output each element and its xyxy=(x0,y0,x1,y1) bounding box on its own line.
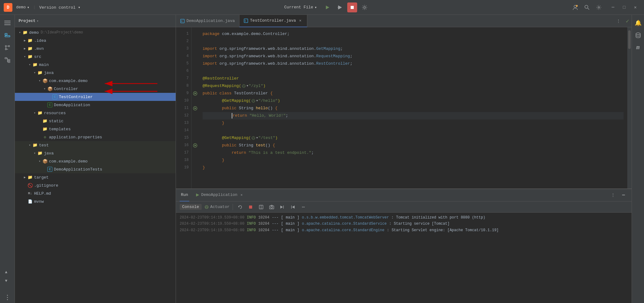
current-file-selector[interactable]: Current File ▾ xyxy=(281,4,320,11)
gear-icon[interactable] xyxy=(594,2,604,12)
actuator-icon xyxy=(204,205,209,210)
tree-item-resources[interactable]: ▾ 📁 resources xyxy=(15,109,176,117)
spring-icon-8 xyxy=(242,84,246,88)
tree-item-gitignore[interactable]: 🚫 .gitignore xyxy=(15,181,176,189)
tree-item-help-md[interactable]: M↓ HELP.md xyxy=(15,189,176,197)
sidebar-icon-menu[interactable] xyxy=(2,17,13,28)
tree-item-controller[interactable]: ▾ 📦 Controller xyxy=(15,85,176,93)
tree-toggle-java-test[interactable]: ▾ xyxy=(32,151,37,155)
tree-item-templates[interactable]: 📁 templates xyxy=(15,125,176,133)
tree-item-test[interactable]: ▾ 📁 test xyxy=(15,141,176,149)
sidebar-icon-more[interactable] xyxy=(2,292,13,303)
sidebar-icon-git[interactable] xyxy=(2,42,13,53)
search-icon[interactable] xyxy=(582,2,592,12)
editor-scrollbar[interactable] xyxy=(627,27,632,188)
version-control-selector[interactable]: Version control ▾ xyxy=(39,5,81,10)
tree-toggle-demo[interactable]: ▾ xyxy=(17,31,22,34)
bottom-actions: ⋮ − xyxy=(609,191,628,200)
sidebar-icon-project[interactable] xyxy=(2,30,13,41)
tree-toggle-test-com-example-demo[interactable]: ▾ xyxy=(37,159,42,163)
tree-item-application-properties[interactable]: ⚙ application.properties xyxy=(15,133,176,141)
svg-point-45 xyxy=(252,136,255,140)
tree-item-test-com-example-demo[interactable]: ▾ 📦 com.example.demo xyxy=(15,157,176,165)
tree-item-demo-application-tests[interactable]: C DemoApplicationTests xyxy=(15,165,176,173)
right-sidebar-notifications[interactable]: 🔔 xyxy=(633,17,644,28)
line-num-2: 2 xyxy=(178,38,189,45)
code-editor[interactable]: 1 2 3 4 5 6 7 8 9 10 11 12 13 14 15 16 1 xyxy=(176,27,632,188)
tree-toggle-java-main[interactable]: ▾ xyxy=(32,71,37,75)
maximize-button[interactable]: □ xyxy=(619,2,629,12)
tree-item-java-main[interactable]: ▾ 📁 java xyxy=(15,69,176,77)
tree-label-mvnw: mvnw xyxy=(34,199,44,204)
tree-label-controller: Controller xyxy=(54,87,78,91)
app-selector[interactable]: demo ▾ xyxy=(16,5,29,10)
java-class-c-icon: C xyxy=(52,94,57,99)
tree-item-src[interactable]: ▾ 📁 src xyxy=(15,53,176,61)
tree-item-java-test[interactable]: ▾ 📁 java xyxy=(15,149,176,157)
project-title[interactable]: Project ▾ xyxy=(19,19,39,23)
tree-item-idea[interactable]: ▶ 📁 .idea xyxy=(15,37,176,45)
tree-toggle-idea[interactable]: ▶ xyxy=(22,39,27,42)
rerun-button[interactable] xyxy=(236,203,244,211)
console-output[interactable]: 2024-02-23T09:14:19.539+08:00 INFO 10204… xyxy=(176,213,632,303)
tree-toggle-src[interactable]: ▾ xyxy=(22,55,27,58)
stop-button[interactable] xyxy=(347,2,357,12)
tree-item-main[interactable]: ▾ 📁 main xyxy=(15,61,176,69)
bottom-action-more[interactable]: ⋮ xyxy=(609,191,617,200)
tree-label-demo-application: DemoApplication xyxy=(54,103,90,107)
stop-run-button[interactable] xyxy=(247,203,255,211)
tree-item-target[interactable]: ▶ 📁 target xyxy=(15,173,176,181)
more-options-button[interactable]: ⋯ xyxy=(299,203,307,211)
run-gutter-icon-16[interactable] xyxy=(193,143,197,148)
run-button[interactable] xyxy=(322,2,332,12)
code-content[interactable]: package com.example.demo.Controller; imp… xyxy=(199,27,627,188)
tab-test-controller[interactable]: C TestController.java ✕ xyxy=(239,15,307,27)
tree-item-com-example-demo[interactable]: ▾ 📦 com.example.demo xyxy=(15,77,176,85)
line-num-3: 3 xyxy=(178,45,189,53)
camera-button[interactable] xyxy=(268,203,276,211)
current-file-label: Current File xyxy=(284,5,313,10)
right-sidebar-database[interactable] xyxy=(633,30,644,41)
tree-item-demo-application[interactable]: C DemoApplication xyxy=(15,101,176,109)
editor-tabs-menu[interactable]: ⋮ xyxy=(613,15,623,27)
run-gutter-icon-9[interactable] xyxy=(193,91,197,96)
bottom-action-minimize[interactable]: − xyxy=(619,191,628,200)
sidebar-icon-structure[interactable] xyxy=(2,54,13,66)
console-tab[interactable]: Console xyxy=(180,204,202,210)
tree-toggle-mvn[interactable]: ▶ xyxy=(22,47,27,50)
fold-button[interactable] xyxy=(289,203,297,211)
tree-item-mvnw[interactable]: 📄 mvnw xyxy=(15,197,176,206)
bottom-tab-demo-application[interactable]: DemoApplication ✕ xyxy=(194,189,244,201)
tree-toggle-test[interactable]: ▾ xyxy=(27,143,32,147)
line-num-17: 17 xyxy=(178,149,189,157)
tree-item-static[interactable]: 📁 static xyxy=(15,117,176,125)
profile-icon[interactable]: ! xyxy=(570,2,580,12)
line-num-4: 4 xyxy=(178,53,189,60)
gitignore-icon: 🚫 xyxy=(27,183,33,188)
tab-close-test-controller[interactable]: ✕ xyxy=(298,18,303,23)
demo-app-tab-close[interactable]: ✕ xyxy=(240,193,243,197)
tree-item-test-controller[interactable]: C TestController xyxy=(15,93,176,101)
tree-item-mvn[interactable]: ▶ 📁 .mvn xyxy=(15,45,176,53)
right-sidebar-maven[interactable]: m xyxy=(633,42,644,53)
tab-demo-application[interactable]: C DemoApplication.java xyxy=(176,15,239,27)
line-num-14: 14 xyxy=(178,127,189,134)
restore-layout-button[interactable] xyxy=(257,203,265,211)
tree-toggle-main[interactable]: ▾ xyxy=(27,63,32,67)
settings-button[interactable] xyxy=(360,2,370,12)
tree-toggle-resources[interactable]: ▾ xyxy=(32,111,37,115)
svg-rect-19 xyxy=(5,58,7,59)
tree-toggle-target[interactable]: ▶ xyxy=(22,175,27,179)
svg-marker-38 xyxy=(195,93,196,94)
minimize-button[interactable]: − xyxy=(608,2,618,12)
close-button[interactable]: ✕ xyxy=(630,2,640,12)
tree-toggle-controller[interactable]: ▾ xyxy=(42,87,47,91)
code-line-16: public String test() { xyxy=(203,142,624,149)
forward-button[interactable] xyxy=(278,203,286,211)
debug-button[interactable] xyxy=(335,2,345,12)
run-gutter-icon-11[interactable] xyxy=(193,106,197,110)
tree-item-demo-root[interactable]: ▾ 📁 demo D:\IdeaProject\demo xyxy=(15,28,176,37)
tree-toggle-com-example-demo[interactable]: ▾ xyxy=(37,79,42,83)
bottom-tab-run[interactable]: Run xyxy=(180,189,189,201)
actuator-tab-label[interactable]: Actuator xyxy=(210,205,230,209)
